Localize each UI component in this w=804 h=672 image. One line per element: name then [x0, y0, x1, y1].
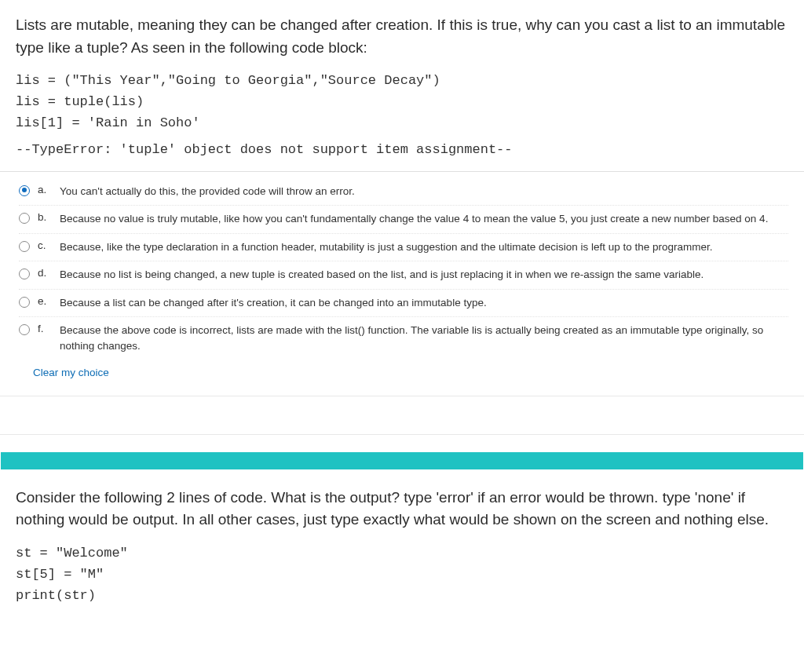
- code-line: lis = tuple(lis): [16, 91, 788, 112]
- option-letter: f.: [38, 323, 52, 334]
- option-letter: b.: [38, 211, 52, 223]
- question-header-bar: [1, 452, 803, 469]
- option-c[interactable]: c. Because, like the type declaration in…: [19, 234, 788, 262]
- radio-icon[interactable]: [19, 297, 30, 308]
- code-line: lis[1] = 'Rain in Soho': [16, 112, 788, 133]
- option-letter: d.: [38, 267, 52, 279]
- option-e[interactable]: e. Because a list can be changed after i…: [19, 290, 788, 318]
- option-d[interactable]: d. Because no list is being changed, a n…: [19, 261, 788, 290]
- radio-icon[interactable]: [19, 185, 30, 196]
- option-letter: a.: [38, 184, 52, 195]
- radio-icon[interactable]: [19, 241, 30, 252]
- answer-options: a. You can't actually do this, the provi…: [16, 178, 788, 360]
- option-f[interactable]: f. Because the above code is incorrect, …: [19, 317, 788, 360]
- code-line: st[5] = "M": [16, 564, 788, 585]
- option-text: Because no value is truly mutable, like …: [60, 211, 788, 227]
- question-2-prompt: Consider the following 2 lines of code. …: [16, 487, 788, 531]
- question-2: Consider the following 2 lines of code. …: [0, 469, 804, 607]
- radio-icon[interactable]: [19, 268, 30, 279]
- option-letter: c.: [38, 239, 52, 251]
- option-text: Because, like the type declaration in a …: [60, 239, 788, 255]
- question-2-code: st = "Welcome" st[5] = "M" print(str): [16, 542, 788, 607]
- section-gap: [0, 396, 804, 435]
- option-text: Because no list is being changed, a new …: [60, 267, 788, 283]
- radio-icon[interactable]: [19, 324, 30, 335]
- code-line: lis = ("This Year","Going to Georgia","S…: [16, 70, 788, 91]
- radio-icon[interactable]: [19, 213, 30, 224]
- code-line: print(str): [16, 585, 788, 606]
- option-letter: e.: [38, 295, 52, 307]
- error-line: --TypeError: 'tuple' object does not sup…: [16, 142, 788, 157]
- option-text: Because the above code is incorrect, lis…: [60, 323, 788, 353]
- option-b[interactable]: b. Because no value is truly mutable, li…: [19, 206, 788, 234]
- option-a[interactable]: a. You can't actually do this, the provi…: [19, 178, 788, 206]
- clear-choice-link[interactable]: Clear my choice: [16, 367, 788, 378]
- option-text: You can't actually do this, the provided…: [60, 184, 788, 199]
- question-1-code: lis = ("This Year","Going to Georgia","S…: [16, 70, 788, 134]
- question-1-prompt: Lists are mutable, meaning they can be c…: [16, 14, 788, 59]
- code-line: st = "Welcome": [16, 542, 788, 564]
- divider: [0, 171, 804, 172]
- question-1: Lists are mutable, meaning they can be c…: [0, 0, 804, 396]
- option-text: Because a list can be changed after it's…: [60, 295, 788, 311]
